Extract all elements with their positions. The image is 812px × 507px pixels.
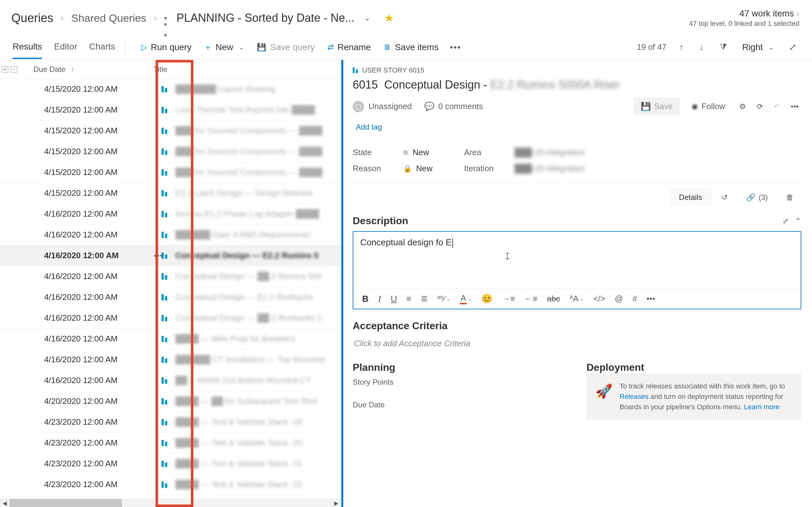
table-row[interactable]: 4/23/2020 12:00 AM████ — Test & Validate… [0, 453, 341, 474]
next-item-button[interactable]: ↓ [696, 40, 707, 54]
font-size-button[interactable]: ᴬA ⌄ [570, 294, 584, 304]
hashtag-button[interactable]: # [633, 294, 637, 304]
table-row[interactable]: 4/16/2020 12:00 AM██████ CT Installation… [0, 349, 341, 370]
row-more-button[interactable]: ••• [154, 251, 163, 260]
font-color-button[interactable]: A ⌄ [460, 293, 472, 304]
column-title[interactable]: Title [153, 65, 341, 74]
cell-title[interactable]: ███████ Layout Drawing [175, 84, 341, 94]
collapse-all-icon[interactable]: − [11, 66, 17, 72]
tab-details[interactable]: Details [670, 189, 710, 206]
table-row[interactable]: 4/16/2020 12:00 AM██.2 4000A 214 Bottom … [0, 370, 341, 391]
iteration-value[interactable]: ███-20 Integration [515, 164, 585, 173]
cell-title[interactable]: ████ — Test & Validate Stack -21 [175, 459, 341, 468]
emoji-button[interactable]: 😊 [481, 293, 492, 304]
table-row[interactable]: 4/16/2020 12:00 AMConceptual Design — E2… [0, 245, 341, 266]
save-items-button[interactable]: 🗎 Save items [378, 39, 444, 55]
comments-button[interactable]: 💬 0 comments [424, 102, 483, 111]
expand-section-icon[interactable]: ⤢ [782, 217, 789, 225]
story-points-label[interactable]: Story Points [353, 378, 567, 387]
table-row[interactable]: 4/23/2020 12:00 AM████ — Test & Validate… [0, 474, 341, 495]
tab-editor[interactable]: Editor [54, 36, 77, 59]
bullet-list-button[interactable]: ≡ [406, 294, 411, 304]
tab-links[interactable]: 🔗(3) [739, 189, 775, 206]
add-tag-button[interactable]: Add tag [353, 121, 385, 133]
state-value[interactable]: New [403, 148, 429, 157]
table-row[interactable]: 4/16/2020 12:00 AMReview E1.2 Phase Log … [0, 204, 341, 224]
tab-attachments[interactable]: 🗑 [778, 189, 801, 206]
area-value[interactable]: ███-20 Integration [515, 148, 585, 157]
cell-title[interactable]: Conceptual Design — ██.2 Rumins 500 [175, 272, 341, 281]
breadcrumb-query[interactable]: PLANNING - Sorted by Date - Ne... [177, 11, 355, 24]
rename-button[interactable]: ⇄ Rename [322, 39, 377, 55]
split-handle[interactable] [341, 60, 345, 507]
reason-value[interactable]: 🔒New [403, 164, 433, 173]
breadcrumb-dropdown[interactable]: ⌄ [364, 13, 370, 22]
work-item-title[interactable]: 6015 Conceptual Design - E2.2 Rumins 500… [353, 78, 801, 92]
italic-button[interactable]: I [378, 293, 381, 304]
cell-title[interactable]: Conceptual Design — E2.2 Rumins 5 [175, 251, 341, 261]
description-text[interactable]: Conceptual design fo E [360, 237, 452, 247]
table-row[interactable]: 4/16/2020 12:00 AM████ — Wire Prep for B… [0, 329, 341, 349]
indent-button[interactable]: →≡ [502, 294, 515, 304]
table-row[interactable]: 4/20/2020 12:00 AM████ — ██ for Subseque… [0, 391, 341, 412]
cell-title[interactable]: ████ — ██ for Subsequent Test Shot [175, 396, 341, 406]
run-query-button[interactable]: ▷ Run query [136, 39, 197, 55]
cell-title[interactable]: ███ for Sourced Components — ████ [175, 167, 341, 177]
bold-button[interactable]: B [362, 294, 369, 304]
table-row[interactable]: 4/15/2020 12:00 AM███ for Sourced Compon… [0, 120, 341, 141]
breadcrumb-root[interactable]: Queries [11, 11, 53, 25]
cell-title[interactable]: Load Thermal Test Reports into ████ [175, 105, 341, 115]
cell-title[interactable]: ████ — Test & Validate Stack -22 [175, 480, 341, 489]
table-row[interactable]: 4/16/2020 12:00 AMConceptual Design — ██… [0, 266, 341, 287]
chevron-right-icon[interactable]: › [797, 8, 799, 18]
table-row[interactable]: 4/16/2020 12:00 AM██████ Gate 4 R&D Requ… [0, 224, 341, 245]
favorite-star-icon[interactable]: ★ [384, 12, 394, 24]
cell-title[interactable]: E2.2 Latch Design — Design Release [175, 188, 341, 198]
mention-button[interactable]: @ [615, 294, 623, 304]
collapse-section-icon[interactable]: ⌃ [795, 217, 801, 225]
cell-title[interactable]: ███ for Sourced Components — ████ [175, 147, 341, 156]
table-row[interactable]: 4/15/2020 12:00 AME2.2 Latch Design — De… [0, 183, 341, 204]
cell-title[interactable]: ██.2 4000A 214 Bottom Mounted CT [175, 376, 341, 385]
outdent-button[interactable]: ←≡ [525, 294, 538, 304]
cell-title[interactable]: Conceptual Design — ██.2 Runbacks C [175, 313, 341, 323]
toolbar-more-button[interactable]: ••• [646, 294, 655, 304]
undo-icon[interactable]: ↶ [771, 100, 783, 114]
cell-title[interactable]: Conceptual Design — E2.2 Runbacks [175, 292, 341, 302]
tab-history[interactable]: ↺ [714, 189, 735, 206]
clear-format-button[interactable]: ᵃᵇ⁄ ⌄ [437, 294, 450, 304]
due-date-label[interactable]: Due Date [353, 400, 567, 409]
prev-item-button[interactable]: ↑ [676, 40, 687, 54]
cell-title[interactable]: ██████ CT Installation — Top Mounted [175, 355, 341, 364]
refresh-icon[interactable]: ⟳ [754, 100, 766, 114]
table-row[interactable]: 4/15/2020 12:00 AM███ for Sourced Compon… [0, 141, 341, 162]
breadcrumb-folder[interactable]: Shared Queries [71, 12, 146, 24]
filter-button[interactable]: ⧩ [716, 40, 730, 54]
more-actions-button[interactable]: ••• [788, 100, 801, 114]
cell-title[interactable]: ███ for Sourced Components — ████ [175, 126, 341, 135]
cell-title[interactable]: ████ — Test & Validate Stack -19 [175, 417, 341, 427]
layout-selector[interactable]: Right ⌄ [740, 41, 776, 54]
table-row[interactable]: 4/15/2020 12:00 AM███ for Sourced Compon… [0, 162, 341, 183]
releases-link[interactable]: Releases [619, 393, 649, 400]
acceptance-placeholder[interactable]: Click to add Acceptance Criteria [353, 336, 801, 351]
fullscreen-button[interactable]: ⤢ [786, 40, 799, 54]
new-button[interactable]: ＋ New ⌄ [199, 39, 250, 55]
strikethrough-button[interactable]: abc [547, 294, 560, 304]
cell-title[interactable]: Review E1.2 Phase Log Adapter ████ [175, 209, 341, 219]
expand-all-icon[interactable]: + [2, 66, 8, 72]
column-due-date[interactable]: Due Date ↑ [18, 65, 153, 74]
cell-title[interactable]: ████ — Test & Validate Stack -20 [175, 438, 341, 448]
follow-button[interactable]: ◉ Follow [686, 98, 731, 114]
code-button[interactable]: </> [593, 294, 605, 304]
assignee-picker[interactable]: ◯ Unassigned [353, 101, 412, 112]
expand-collapse-controls[interactable]: + − [0, 66, 18, 72]
learn-more-link[interactable]: Learn more [744, 403, 779, 411]
table-row[interactable]: 4/16/2020 12:00 AMConceptual Design — ██… [0, 308, 341, 329]
cell-title[interactable]: ████ — Wire Prep for Breakers [175, 334, 341, 344]
table-row[interactable]: 4/23/2020 12:00 AM████ — Test & Validate… [0, 433, 341, 453]
table-row[interactable]: 4/23/2020 12:00 AM████ — Test & Validate… [0, 412, 341, 433]
table-row[interactable]: 4/15/2020 12:00 AMLoad Thermal Test Repo… [0, 100, 341, 120]
description-editor[interactable]: Conceptual design fo E 𝙸 B I U ≡ ≣ ᵃᵇ⁄ ⌄… [353, 231, 801, 309]
numbered-list-button[interactable]: ≣ [421, 294, 428, 304]
